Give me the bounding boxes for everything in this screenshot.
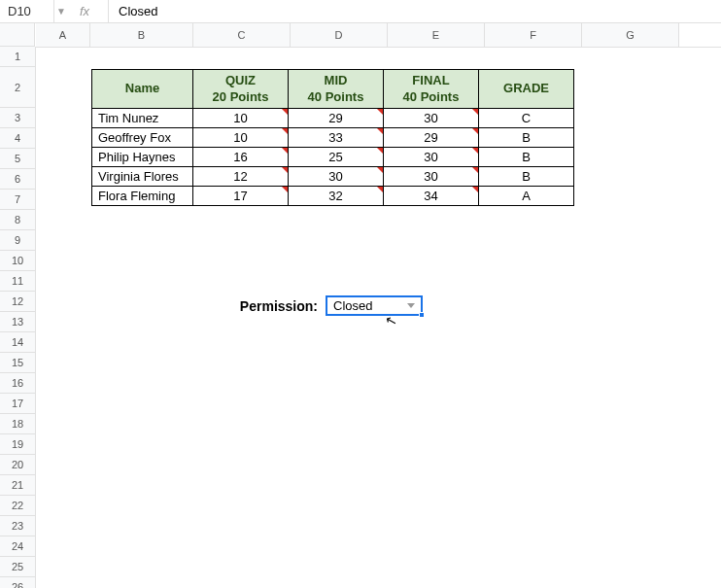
row-header-15[interactable]: 15	[0, 353, 35, 373]
note-indicator-icon	[282, 148, 288, 154]
row-header-13[interactable]: 13	[0, 312, 35, 332]
row-header-24[interactable]: 24	[0, 536, 35, 557]
row-header-16[interactable]: 16	[0, 373, 35, 394]
spreadsheet: 1 2 3 4 5 6 7 8 9 10 11 12 13 14 15 16 1…	[0, 23, 721, 588]
cell-quiz[interactable]: 10	[193, 109, 289, 128]
cell-final[interactable]: 29	[384, 128, 479, 148]
cell-final[interactable]: 30	[384, 148, 479, 167]
chevron-down-icon	[407, 303, 415, 308]
select-all-corner[interactable]	[0, 23, 35, 47]
col-header-d[interactable]: D	[291, 23, 388, 47]
data-table: Name QUIZ20 Points MID40 Points FINAL40 …	[91, 69, 574, 206]
header-mid[interactable]: MID40 Points	[289, 70, 384, 109]
cell-mid[interactable]: 25	[289, 148, 384, 167]
row-header-8[interactable]: 8	[0, 210, 35, 230]
cell-name[interactable]: Tim Nunez	[92, 109, 193, 128]
fx-label: fx	[70, 0, 109, 22]
cell-name[interactable]: Flora Fleming	[92, 187, 193, 206]
note-indicator-icon	[377, 187, 383, 192]
note-indicator-icon	[377, 167, 383, 173]
note-indicator-icon	[282, 187, 288, 192]
cell-name[interactable]: Philip Haynes	[92, 148, 193, 167]
row-header-20[interactable]: 20	[0, 455, 35, 475]
note-indicator-icon	[472, 148, 478, 154]
cell-grade[interactable]: B	[479, 148, 574, 167]
row-header-7[interactable]: 7	[0, 190, 35, 210]
permission-dropdown[interactable]: Closed	[326, 295, 423, 316]
row-header-26[interactable]: 26	[0, 577, 35, 588]
formula-input[interactable]	[109, 0, 721, 22]
header-final[interactable]: FINAL40 Points	[384, 70, 479, 109]
row-header-4[interactable]: 4	[0, 128, 35, 149]
note-indicator-icon	[377, 109, 383, 115]
cell-mid[interactable]: 30	[289, 167, 384, 187]
cell-final[interactable]: 34	[384, 187, 479, 206]
selection-handle[interactable]	[419, 312, 425, 318]
table-row: Flora Fleming 17 32 34 A	[92, 187, 574, 206]
cell-final[interactable]: 30	[384, 109, 479, 128]
row-header-22[interactable]: 22	[0, 496, 35, 516]
table-row: Philip Haynes 16 25 30 B	[92, 148, 574, 167]
cell-grade[interactable]: B	[479, 167, 574, 187]
row-header-17[interactable]: 17	[0, 394, 35, 414]
header-quiz[interactable]: QUIZ20 Points	[193, 70, 289, 109]
cell-grade[interactable]: B	[479, 128, 574, 148]
note-indicator-icon	[377, 148, 383, 154]
cell-grade[interactable]: A	[479, 187, 574, 206]
row-header-25[interactable]: 25	[0, 557, 35, 577]
row-header-1[interactable]: 1	[0, 47, 35, 67]
col-header-e[interactable]: E	[388, 23, 485, 47]
cell-mid[interactable]: 29	[289, 109, 384, 128]
row-header-3[interactable]: 3	[0, 108, 35, 128]
row-header-2[interactable]: 2	[0, 67, 35, 108]
col-header-a[interactable]: A	[36, 23, 90, 47]
dropdown-value: Closed	[333, 298, 372, 313]
row-headers: 1 2 3 4 5 6 7 8 9 10 11 12 13 14 15 16 1…	[0, 47, 36, 588]
name-box[interactable]: D10	[0, 0, 54, 22]
cell-grade[interactable]: C	[479, 109, 574, 128]
row-header-19[interactable]: 19	[0, 434, 35, 455]
row-header-5[interactable]: 5	[0, 149, 35, 169]
cell-quiz[interactable]: 17	[193, 187, 289, 206]
row-header-12[interactable]: 12	[0, 292, 35, 312]
cell-reference: D10	[8, 4, 31, 18]
row-header-6[interactable]: 6	[0, 169, 35, 190]
cell-mid[interactable]: 32	[289, 187, 384, 206]
header-grade[interactable]: GRADE	[479, 70, 574, 109]
row-header-14[interactable]: 14	[0, 332, 35, 353]
col-header-b[interactable]: B	[90, 23, 193, 47]
cell-quiz[interactable]: 10	[193, 128, 289, 148]
header-name[interactable]: Name	[92, 70, 193, 109]
cell-name[interactable]: Geoffrey Fox	[92, 128, 193, 148]
cell-final[interactable]: 30	[384, 167, 479, 187]
note-indicator-icon	[282, 109, 288, 115]
table-row: Virginia Flores 12 30 30 B	[92, 167, 574, 187]
row-header-11[interactable]: 11	[0, 271, 35, 292]
table-header-row: Name QUIZ20 Points MID40 Points FINAL40 …	[92, 70, 574, 109]
col-header-c[interactable]: C	[193, 23, 291, 47]
row-header-18[interactable]: 18	[0, 414, 35, 434]
formula-bar: D10 ▼ fx	[0, 0, 721, 23]
note-indicator-icon	[282, 128, 288, 134]
cell-mid[interactable]: 33	[289, 128, 384, 148]
note-indicator-icon	[472, 128, 478, 134]
cell-quiz[interactable]: 12	[193, 167, 289, 187]
name-box-dropdown-icon[interactable]: ▼	[54, 6, 70, 17]
note-indicator-icon	[377, 128, 383, 134]
cell-name[interactable]: Virginia Flores	[92, 167, 193, 187]
cell-quiz[interactable]: 16	[193, 148, 289, 167]
permission-row: Permission: Closed	[221, 295, 423, 316]
note-indicator-icon	[282, 167, 288, 173]
row-header-9[interactable]: 9	[0, 230, 35, 251]
row-header-21[interactable]: 21	[0, 475, 35, 496]
note-indicator-icon	[472, 187, 478, 192]
permission-label[interactable]: Permission:	[221, 298, 318, 314]
row-header-23[interactable]: 23	[0, 516, 35, 536]
col-header-f[interactable]: F	[485, 23, 582, 47]
table-row: Geoffrey Fox 10 33 29 B	[92, 128, 574, 148]
row-header-10[interactable]: 10	[0, 251, 35, 271]
note-indicator-icon	[472, 167, 478, 173]
note-indicator-icon	[472, 109, 478, 115]
table-row: Tim Nunez 10 29 30 C	[92, 109, 574, 128]
col-header-g[interactable]: G	[582, 23, 679, 47]
